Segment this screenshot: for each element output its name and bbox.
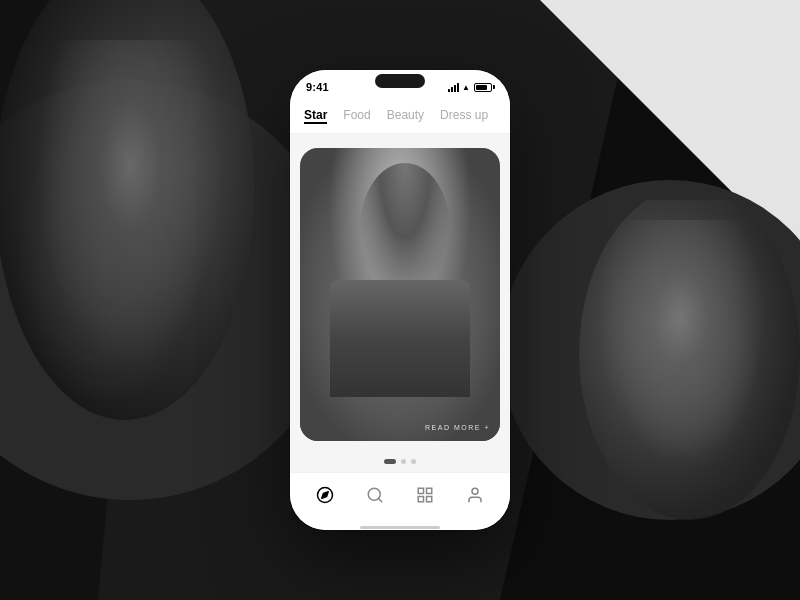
person-icon: [466, 486, 484, 504]
svg-marker-1: [322, 491, 328, 497]
home-indicator: [290, 524, 510, 530]
dot-3: [411, 459, 416, 464]
card-jacket-shape: [330, 280, 470, 397]
card-read-more[interactable]: READ MORE +: [425, 424, 490, 431]
phone-notch-inner: [375, 74, 425, 88]
signal-icon: [448, 83, 459, 92]
bg-face-left-detail: [20, 40, 240, 400]
tab-food[interactable]: Food: [343, 108, 370, 124]
nav-grid[interactable]: [405, 475, 445, 515]
status-time: 9:41: [306, 81, 329, 93]
svg-rect-5: [427, 488, 432, 493]
card-image: [300, 148, 500, 441]
svg-rect-6: [418, 496, 423, 501]
nav-explore[interactable]: [305, 475, 345, 515]
content-area: READ MORE +: [290, 134, 510, 451]
dot-1: [384, 459, 396, 464]
svg-line-3: [378, 498, 381, 501]
dot-indicators: [290, 451, 510, 472]
search-icon: [366, 486, 384, 504]
card-hair-shape: [360, 163, 450, 295]
compass-icon: [316, 486, 334, 504]
status-icons: ▲: [448, 83, 492, 92]
nav-profile[interactable]: [455, 475, 495, 515]
tab-navigation: Star Food Beauty Dress up: [290, 98, 510, 134]
grid-icon: [416, 486, 434, 504]
svg-point-8: [472, 488, 478, 494]
phone-wrapper: 9:41 ▲ Star Food Beauty Dress up: [290, 70, 510, 530]
phone-frame: 9:41 ▲ Star Food Beauty Dress up: [290, 70, 510, 530]
tab-star[interactable]: Star: [304, 108, 327, 124]
svg-rect-7: [427, 496, 432, 501]
tab-dressup[interactable]: Dress up: [440, 108, 488, 124]
dot-2: [401, 459, 406, 464]
main-card[interactable]: READ MORE +: [300, 148, 500, 441]
phone-notch: [360, 70, 440, 92]
nav-search[interactable]: [355, 475, 395, 515]
wifi-icon: ▲: [462, 83, 470, 92]
bg-face-right-detail: [580, 220, 790, 500]
home-bar: [360, 526, 440, 529]
battery-icon: [474, 83, 492, 92]
svg-rect-4: [418, 488, 423, 493]
tab-beauty[interactable]: Beauty: [387, 108, 424, 124]
bottom-nav: [290, 472, 510, 524]
